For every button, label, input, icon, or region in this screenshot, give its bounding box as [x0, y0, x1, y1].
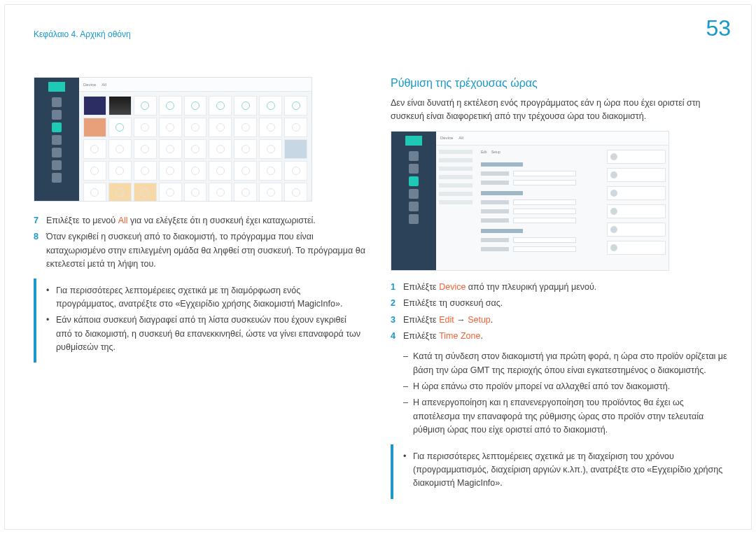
text: Όταν εγκριθεί η συσκευή από το διακομιστ…: [46, 232, 365, 269]
left-column: Device All 7 Επιλέξτε το μενού All για ν…: [34, 77, 370, 371]
note-item: Εάν κάποια συσκευή διαγραφεί από τη λίστ…: [46, 314, 363, 354]
thumb-cards: [604, 146, 668, 270]
dash-item: Κατά τη σύνδεση στον διακομιστή για πρώτ…: [403, 350, 732, 377]
sidebar-icon-device: [52, 122, 62, 132]
dash-item: Η απενεργοποίηση και η επανενεργοποίηση …: [403, 396, 732, 437]
thumb-header: Device All: [79, 78, 312, 92]
text: Κατά τη σύνδεση στον διακομιστή για πρώτ…: [413, 351, 727, 374]
sidebar-icon: [409, 214, 419, 224]
thumb-form: EditSetup: [475, 146, 604, 270]
screenshot-setup-form: Device All EditSetup: [391, 131, 669, 271]
text: Επιλέξτε: [403, 282, 439, 292]
chapter-label: Κεφάλαιο 4. Αρχική οθόνη: [34, 29, 131, 39]
thumb-grid: [79, 92, 312, 201]
text: για να ελέγξετε ότι η συσκευή έχει καταχ…: [128, 216, 316, 225]
list-item-2: 2 Επιλέξτε τη συσκευή σας.: [391, 297, 732, 310]
sidebar-icon: [409, 189, 419, 199]
thumb-tab-all: All: [102, 83, 106, 87]
text: .: [491, 315, 493, 325]
sidebar-icon: [52, 135, 62, 145]
right-column: Ρύθμιση της τρέχουσας ώρας Δεν είναι δυν…: [391, 77, 732, 507]
list-item-4: 4 Επιλέξτε Time Zone.: [391, 330, 732, 343]
section-heading: Ρύθμιση της τρέχουσας ώρας: [391, 77, 732, 90]
text: .: [480, 331, 482, 341]
thumb-title: Device: [83, 83, 96, 87]
thumb-header: Device All: [436, 132, 668, 146]
list-item-8: 8 Όταν εγκριθεί η συσκευή από το διακομι…: [34, 230, 370, 271]
screenshot-device-grid: Device All: [34, 77, 312, 202]
sidebar-icon: [52, 110, 62, 120]
dash-item: Η ώρα επάνω στο προϊόν μπορεί να αλλαχθε…: [403, 380, 732, 393]
thumb-title: Device: [440, 136, 453, 140]
note-item: Για περισσότερες λεπτομέρειες σχετικά με…: [403, 450, 725, 491]
note-box-left: Για περισσότερες λεπτομέρειες σχετικά με…: [34, 279, 370, 363]
em-device: Device: [439, 282, 465, 292]
em-timezone: Time Zone: [439, 331, 480, 341]
page-number: 53: [706, 15, 731, 41]
thumb-sidebar: [391, 132, 436, 270]
em-edit: Edit: [439, 315, 454, 325]
dash-list: Κατά τη σύνδεση στον διακομιστή για πρώτ…: [403, 350, 732, 437]
em-all: All: [118, 216, 128, 225]
sidebar-icon: [52, 97, 62, 107]
sidebar-icon: [52, 148, 62, 157]
note-item: Για περισσότερες λεπτομέρειες σχετικά με…: [46, 284, 363, 311]
text: Η ώρα επάνω στο προϊόν μπορεί να αλλαχθε…: [413, 381, 670, 391]
sidebar-icon: [409, 202, 419, 211]
logo-icon: [48, 82, 65, 92]
list-item-7: 7 Επιλέξτε το μενού All για να ελέγξετε …: [34, 214, 370, 227]
list-item-1: 1 Επιλέξτε Device από την πλευρική γραμμ…: [391, 281, 732, 294]
text: Για περισσότερες λεπτομέρειες σχετικά με…: [413, 451, 722, 489]
ordered-list-left: 7 Επιλέξτε το μενού All για να ελέγξετε …: [34, 214, 370, 272]
em-setup: Setup: [468, 315, 491, 325]
intro-paragraph: Δεν είναι δυνατή η εκτέλεση ενός προγράμ…: [391, 97, 732, 124]
logo-icon: [405, 136, 422, 146]
sidebar-icon: [409, 151, 419, 161]
thumb-sidebar: [34, 78, 79, 201]
list-item-3: 3 Επιλέξτε Edit → Setup.: [391, 314, 732, 327]
ordered-list-right: 1 Επιλέξτε Device από την πλευρική γραμμ…: [391, 281, 732, 344]
thumb-nav: [436, 146, 475, 270]
text: Επιλέξτε: [403, 315, 439, 325]
text: Για περισσότερες λεπτομέρειες σχετικά με…: [56, 286, 342, 309]
text: Επιλέξτε: [403, 331, 439, 341]
text: Επιλέξτε τη συσκευή σας.: [403, 298, 503, 308]
thumb-tab-all: All: [458, 136, 463, 140]
text: Επιλέξτε το μενού: [46, 216, 118, 225]
sidebar-icon-device: [409, 176, 419, 186]
text: Εάν κάποια συσκευή διαγραφεί από τη λίστ…: [56, 315, 360, 352]
sidebar-icon: [52, 173, 62, 183]
text: Η απενεργοποίηση και η επανενεργοποίηση …: [413, 398, 704, 435]
arrow-icon: →: [454, 315, 468, 325]
note-box-right: Για περισσότερες λεπτομέρειες σχετικά με…: [391, 444, 732, 499]
text: από την πλευρική γραμμή μενού.: [465, 282, 596, 292]
sidebar-icon: [52, 160, 62, 170]
sidebar-icon: [409, 164, 419, 174]
